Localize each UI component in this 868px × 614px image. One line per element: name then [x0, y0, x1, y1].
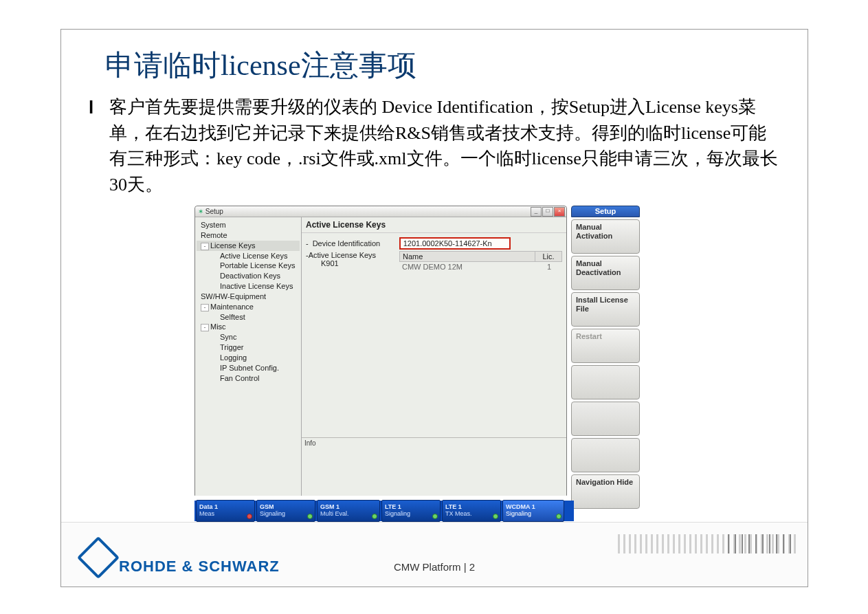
task-lte1-txmeas[interactable]: LTE 1TX Meas. [442, 500, 501, 522]
tree-inactive-license-keys[interactable]: Inactive License Keys [197, 281, 300, 292]
tree-logging[interactable]: Logging [197, 353, 300, 363]
minimize-icon[interactable]: _ [531, 207, 542, 217]
softkey-install-license-file[interactable]: Install License File [571, 292, 640, 327]
task-lte1-signaling[interactable]: LTE 1Signaling [381, 500, 441, 522]
task-gsm1-multieval[interactable]: GSM 1Multi Eval. [317, 500, 380, 522]
setup-window: ✶ Setup _ □ × System Remote -License Key… [194, 206, 567, 496]
expand-icon[interactable]: - [201, 324, 209, 331]
setup-titlebar[interactable]: ✶ Setup _ □ × [195, 206, 566, 217]
device-id-value[interactable]: 1201.0002K50-114627-Kn [399, 237, 511, 250]
slide-footer: ROHDE & SCHWARZ CMW Platform | 2 [61, 522, 808, 586]
tree-trigger[interactable]: Trigger [197, 342, 300, 353]
tree-active-license-keys[interactable]: Active License Keys [197, 251, 300, 261]
softkey-manual-activation[interactable]: Manual Activation [571, 219, 640, 254]
table-row[interactable]: CMW DEMO 12M 1 [399, 262, 562, 272]
alk-label[interactable]: Active License Keys [309, 251, 376, 259]
alk-child[interactable]: K901 [306, 259, 395, 267]
slide-body-row: l 客户首先要提供需要升级的仪表的 Device Identification，… [89, 94, 780, 198]
expand-icon[interactable]: - [201, 243, 209, 250]
bullet-icon: l [89, 97, 102, 198]
softkey-empty [571, 402, 640, 436]
taskbar: Data 1Meas GSMSignaling GSM 1Multi Eval.… [194, 501, 574, 521]
license-table-header: Name Lic. [399, 251, 562, 262]
task-wcdma1-signaling[interactable]: WCDMA 1Signaling [502, 500, 564, 522]
status-dot-icon [307, 514, 313, 519]
tree-sync[interactable]: Sync [197, 332, 300, 342]
brand-logo: ROHDE & SCHWARZ [83, 545, 280, 575]
tree-ip-subnet[interactable]: IP Subnet Config. [197, 363, 300, 373]
task-data1-meas[interactable]: Data 1Meas [196, 500, 255, 522]
status-dot-icon [556, 514, 561, 519]
footer-stripes-icon [728, 534, 797, 553]
page-number: CMW Platform | 2 [394, 561, 475, 573]
tree-deactivation-keys[interactable]: Deactivation Keys [197, 271, 300, 281]
softkey-column: Setup Manual Activation Manual Deactivat… [571, 206, 640, 509]
tree-selftest[interactable]: Selftest [197, 312, 300, 322]
expand-icon[interactable]: - [306, 239, 309, 248]
embedded-screenshot: ✶ Setup _ □ × System Remote -License Key… [194, 206, 645, 549]
tree-system[interactable]: System [197, 220, 300, 230]
status-dot-icon [247, 514, 252, 519]
col-name: Name [400, 252, 535, 261]
tree-remote[interactable]: Remote [197, 230, 300, 241]
cell-lic: 1 [536, 262, 562, 272]
tree-license-keys[interactable]: -License Keys [197, 241, 300, 251]
tree-fan-control[interactable]: Fan Control [197, 373, 300, 384]
details-pane: Active License Keys - Device Identificat… [302, 217, 566, 496]
close-icon[interactable]: × [554, 207, 565, 217]
softkey-navigation-hide[interactable]: Navigation Hide [571, 474, 640, 509]
softkey-header: Setup [571, 206, 640, 217]
slide-body-text: 客户首先要提供需要升级的仪表的 Device Identification，按S… [109, 94, 780, 198]
tree-portable-license-keys[interactable]: Portable License Keys [197, 261, 300, 271]
tree-sw-hw-equipment[interactable]: SW/HW-Equipment [197, 292, 300, 302]
info-bar: Info [302, 437, 566, 496]
tree-misc[interactable]: -Misc [197, 322, 300, 332]
setup-title: Setup [205, 208, 223, 215]
softkey-empty [571, 365, 640, 399]
col-lic: Lic. [535, 252, 561, 261]
status-dot-icon [372, 514, 377, 519]
device-id-label: Device Identification [313, 239, 395, 248]
tree-maintenance[interactable]: -Maintenance [197, 302, 300, 312]
pane-title: Active License Keys [302, 217, 566, 232]
status-dot-icon [432, 514, 438, 519]
softkey-empty [571, 438, 640, 472]
logo-diamond-icon [77, 536, 120, 579]
cell-name: CMW DEMO 12M [399, 262, 536, 272]
task-gsm-signaling[interactable]: GSMSignaling [256, 500, 315, 522]
expand-icon[interactable]: - [201, 304, 209, 311]
slide-title: 申请临时license注意事项 [105, 46, 808, 85]
softkey-restart[interactable]: Restart [571, 329, 640, 363]
brand-text: ROHDE & SCHWARZ [119, 558, 280, 575]
softkey-manual-deactivation[interactable]: Manual Deactivation [571, 256, 640, 290]
setup-tree[interactable]: System Remote -License Keys Active Licen… [195, 217, 302, 496]
maximize-icon[interactable]: □ [542, 207, 553, 217]
slide-frame: 申请临时license注意事项 l 客户首先要提供需要升级的仪表的 Device… [60, 29, 808, 587]
status-dot-icon [493, 514, 498, 519]
